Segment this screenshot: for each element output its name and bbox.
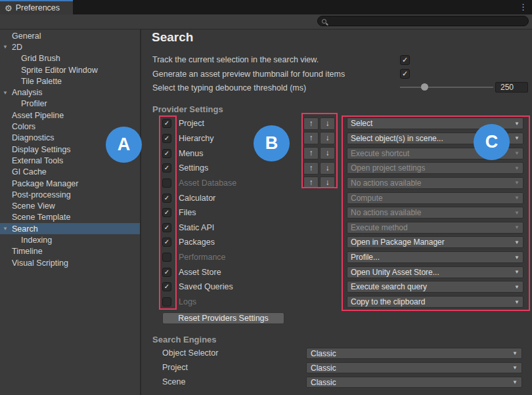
page-title: Search (152, 30, 193, 45)
provider-settings-header: Provider Settings (152, 104, 223, 114)
sidebar-item-analysis[interactable]: ▼Analysis (0, 87, 140, 98)
move-down-button[interactable]: ↓ (320, 177, 335, 189)
move-up-button[interactable]: ↑ (303, 117, 319, 130)
track-selection-checkbox[interactable]: ✓ (400, 55, 410, 65)
toolbar (0, 14, 532, 30)
action-dropdown-calculator[interactable]: Compute▼ (347, 192, 523, 204)
generate-preview-checkbox[interactable]: ✓ (400, 69, 410, 79)
provider-list: ✓Project ✓Hierarchy ✓Menus ✓Settings ✓As… (162, 116, 236, 309)
provider-checkbox[interactable]: ✓ (162, 208, 171, 217)
provider-checkbox[interactable]: ✓ (162, 268, 171, 277)
engine-label-object-selector: Object Selector (162, 348, 218, 358)
sidebar-item-package-manager[interactable]: ▼Package Manager (0, 178, 140, 189)
action-dropdown-logs[interactable]: Copy to the clipboard▼ (347, 296, 523, 308)
provider-reorder-buttons: ↑↓ ↑↓ ↑↓ ↑↓ ↑↓ (303, 116, 335, 190)
search-input[interactable] (317, 16, 529, 26)
dropdown-arrow-icon: ▼ (514, 121, 520, 127)
action-dropdown-files[interactable]: No actions available▼ (347, 207, 523, 218)
foldout-icon[interactable]: ▼ (3, 90, 8, 96)
gear-icon: ⚙ (5, 4, 12, 12)
provider-row-logs: ✓Logs (162, 295, 236, 310)
provider-row-performance: ✓Performance (162, 250, 236, 265)
provider-row-saved-queries: ✓Saved Queries (162, 280, 236, 295)
debounce-slider[interactable] (400, 87, 493, 88)
action-dropdown-static-api[interactable]: Execute method▼ (347, 222, 523, 234)
sidebar-item-2d[interactable]: ▼2D (0, 41, 140, 52)
action-dropdown-asset-store[interactable]: Open Unity Asset Store...▼ (347, 266, 523, 278)
provider-row-files: ✓Files (162, 205, 236, 220)
kebab-menu-icon[interactable]: ⋮ (519, 2, 527, 12)
move-down-button[interactable]: ↓ (320, 162, 335, 175)
dropdown-arrow-icon: ▼ (512, 365, 518, 371)
sidebar-item-profiler[interactable]: ▼Profiler (0, 98, 140, 110)
provider-checkbox[interactable]: ✓ (162, 163, 171, 173)
dropdown-arrow-icon: ▼ (514, 239, 520, 245)
provider-checkbox[interactable]: ✓ (162, 194, 171, 203)
sidebar-item-gi-cache[interactable]: ▼GI Cache (0, 167, 140, 178)
annotation-circle-c: C (474, 124, 510, 160)
sidebar-item-sprite-editor-window[interactable]: ▼Sprite Editor Window (0, 64, 140, 75)
sidebar-item-scene-view[interactable]: ▼Scene View (0, 200, 140, 211)
dropdown-arrow-icon: ▼ (514, 150, 520, 156)
foldout-icon[interactable]: ▼ (3, 226, 8, 232)
sidebar-item-visual-scripting[interactable]: ▼Visual Scripting (0, 257, 140, 268)
move-up-button[interactable]: ↑ (303, 177, 319, 189)
engine-dropdown-scene[interactable]: Classic▼ (306, 377, 522, 388)
action-dropdown-settings[interactable]: Open project settings▼ (347, 162, 523, 174)
sidebar-item-timeline[interactable]: ▼Timeline (0, 246, 140, 257)
move-up-button[interactable]: ↑ (303, 147, 319, 159)
main-panel: Search Track the current selection in th… (141, 30, 532, 395)
sidebar-item-post-processing[interactable]: ▼Post-processing (0, 189, 140, 200)
foldout-icon[interactable]: ▼ (3, 44, 8, 50)
move-up-button[interactable]: ↑ (303, 162, 319, 175)
move-up-button[interactable]: ↑ (303, 132, 319, 144)
debounce-slider-thumb[interactable] (421, 83, 428, 91)
provider-row-hierarchy: ✓Hierarchy (162, 131, 236, 146)
debounce-value-field[interactable]: 250 (495, 82, 528, 93)
dropdown-arrow-icon: ▼ (514, 135, 520, 141)
sidebar-item-asset-pipeline[interactable]: ▼Asset Pipeline (0, 110, 140, 121)
provider-row-settings: ✓Settings (162, 161, 236, 176)
move-down-button[interactable]: ↓ (320, 117, 335, 130)
move-down-button[interactable]: ↓ (320, 132, 335, 144)
engine-label-project: Project (162, 362, 188, 373)
engine-dropdown-project[interactable]: Classic▼ (306, 362, 522, 373)
tab-title: Preferences (16, 3, 60, 12)
dropdown-arrow-icon: ▼ (514, 210, 520, 216)
sidebar-item-indexing[interactable]: ▼Indexing (0, 234, 140, 245)
engine-label-scene: Scene (162, 377, 185, 387)
engine-dropdown-object-selector[interactable]: Classic▼ (306, 348, 522, 359)
search-icon (322, 19, 326, 24)
action-dropdown-asset-database[interactable]: No actions available▼ (347, 177, 523, 189)
provider-row-project: ✓Project (162, 116, 236, 131)
provider-checkbox[interactable]: ✓ (162, 134, 171, 143)
sidebar-item-search[interactable]: ▼Search (0, 223, 140, 234)
dropdown-arrow-icon: ▼ (514, 180, 520, 186)
dropdown-arrow-icon: ▼ (512, 379, 518, 385)
action-dropdown-packages[interactable]: Open in Package Manager▼ (347, 236, 523, 248)
action-dropdown-performance[interactable]: Profile...▼ (347, 251, 523, 263)
sidebar-item-tile-palette[interactable]: ▼Tile Palette (0, 75, 140, 87)
debounce-label: Select the typing debounce threshold (ms… (152, 83, 306, 93)
annotation-circle-b: B (254, 125, 290, 161)
provider-checkbox[interactable]: ✓ (162, 119, 171, 128)
provider-checkbox[interactable]: ✓ (162, 253, 171, 262)
annotation-circle-a: A (106, 127, 142, 163)
provider-checkbox[interactable]: ✓ (162, 282, 171, 291)
tab-preferences[interactable]: ⚙ Preferences (0, 0, 73, 14)
dropdown-arrow-icon: ▼ (514, 224, 520, 230)
sidebar-item-grid-brush[interactable]: ▼Grid Brush (0, 53, 140, 64)
provider-checkbox[interactable]: ✓ (162, 238, 171, 247)
provider-checkbox[interactable]: ✓ (162, 149, 171, 158)
dropdown-arrow-icon: ▼ (514, 299, 520, 305)
action-dropdown-saved-queries[interactable]: Execute search query▼ (347, 281, 523, 293)
provider-checkbox[interactable]: ✓ (162, 223, 171, 232)
provider-row-packages: ✓Packages (162, 235, 236, 250)
move-down-button[interactable]: ↓ (320, 147, 335, 159)
provider-checkbox[interactable]: ✓ (162, 297, 171, 306)
provider-row-asset-store: ✓Asset Store (162, 264, 236, 280)
sidebar-item-scene-template[interactable]: ▼Scene Template (0, 212, 140, 223)
provider-checkbox[interactable]: ✓ (162, 178, 171, 188)
reset-providers-button[interactable]: Reset Providers Settings (162, 312, 284, 324)
sidebar-item-general[interactable]: ▼General (0, 30, 140, 41)
